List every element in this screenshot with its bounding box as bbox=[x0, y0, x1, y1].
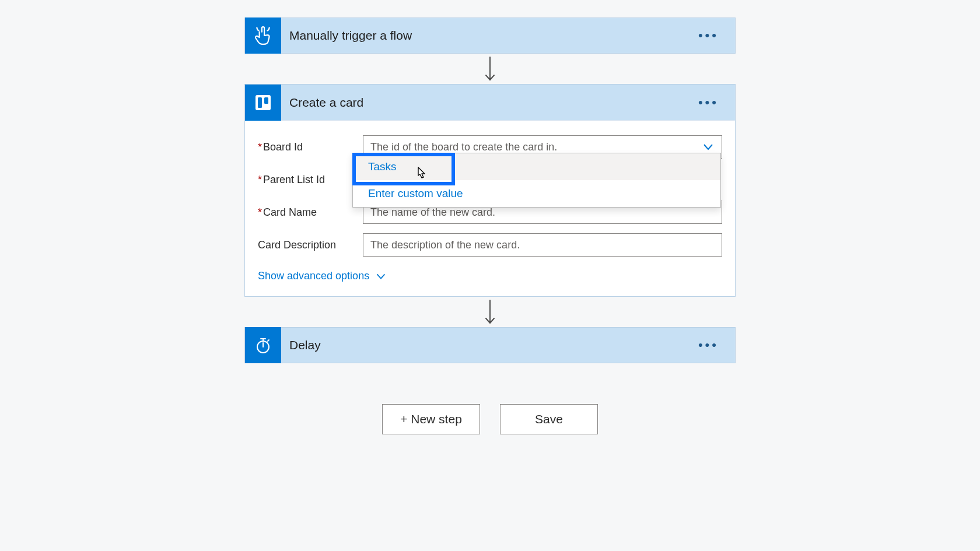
touch-icon bbox=[245, 17, 281, 54]
svg-rect-2 bbox=[258, 97, 262, 108]
trigger-card[interactable]: Manually trigger a flow ••• bbox=[244, 17, 736, 54]
svg-rect-3 bbox=[264, 97, 268, 104]
label-card-name: *Card Name bbox=[258, 206, 363, 219]
delay-title: Delay bbox=[281, 338, 682, 352]
create-card-header[interactable]: Create a card ••• bbox=[245, 85, 735, 121]
svg-line-9 bbox=[268, 340, 269, 341]
label-card-description: Card Description bbox=[258, 239, 363, 251]
chevron-down-icon[interactable] bbox=[702, 141, 715, 153]
show-advanced-link[interactable]: Show advanced options bbox=[258, 270, 387, 282]
flow-canvas: Manually trigger a flow ••• Create a car… bbox=[244, 17, 736, 551]
row-board-id: *Board Id The id of the board to create … bbox=[258, 131, 722, 163]
create-card-action: Create a card ••• *Board Id The id of th… bbox=[244, 84, 736, 297]
create-card-form: *Board Id The id of the board to create … bbox=[245, 121, 735, 296]
delay-more-icon[interactable]: ••• bbox=[682, 338, 735, 353]
trigger-more-icon[interactable]: ••• bbox=[682, 28, 735, 43]
new-step-button[interactable]: + New step bbox=[382, 404, 480, 434]
create-card-more-icon[interactable]: ••• bbox=[682, 95, 735, 110]
card-description-placeholder: The description of the new card. bbox=[370, 239, 520, 251]
label-board-id: *Board Id bbox=[258, 141, 363, 153]
dropdown-option-tasks[interactable]: Tasks bbox=[353, 153, 720, 180]
create-card-title: Create a card bbox=[281, 96, 682, 110]
trigger-title: Manually trigger a flow bbox=[281, 29, 682, 43]
arrow-icon bbox=[483, 55, 497, 83]
row-card-description: Card Description The description of the … bbox=[258, 229, 722, 261]
card-description-field[interactable]: The description of the new card. bbox=[363, 233, 722, 257]
arrow-icon bbox=[483, 298, 497, 326]
label-parent-list-id: *Parent List Id bbox=[258, 174, 363, 186]
svg-rect-1 bbox=[256, 95, 271, 110]
board-id-dropdown: Tasks Enter custom value bbox=[352, 153, 721, 208]
stopwatch-icon bbox=[245, 327, 281, 363]
board-id-placeholder: The id of the board to create the card i… bbox=[370, 141, 557, 153]
save-button[interactable]: Save bbox=[500, 404, 598, 434]
dropdown-option-custom[interactable]: Enter custom value bbox=[353, 180, 720, 207]
footer-buttons: + New step Save bbox=[382, 404, 598, 434]
trello-icon bbox=[245, 85, 281, 121]
delay-card[interactable]: Delay ••• bbox=[244, 327, 736, 363]
card-name-placeholder: The name of the new card. bbox=[370, 206, 495, 219]
